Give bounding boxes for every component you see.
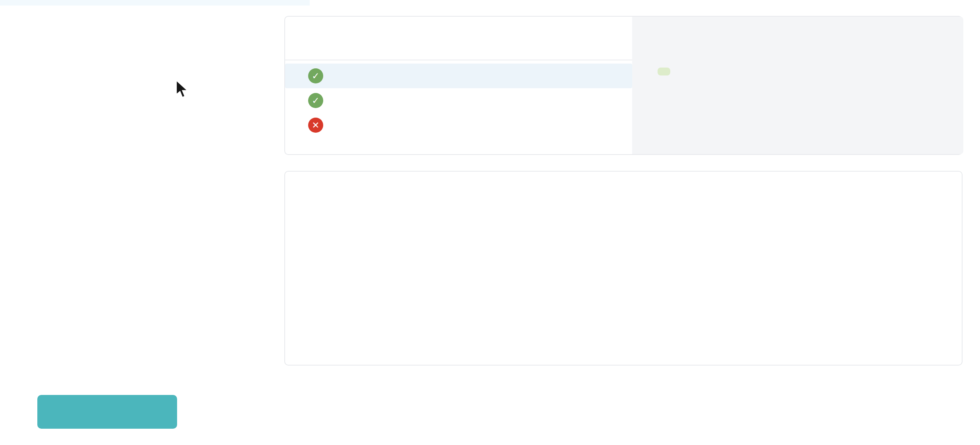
security-standards-page (0, 0, 980, 445)
legend-dot-green-icon (130, 305, 143, 318)
legend-item-medium (100, 305, 115, 318)
legend-dot-red-icon (69, 305, 82, 318)
legend-dot-yellow-icon (100, 305, 112, 318)
score-area-series (340, 258, 932, 315)
check-failed-icon (308, 118, 323, 133)
check-row-secret-scanning[interactable] (285, 88, 632, 113)
status-row (649, 68, 670, 75)
chart-plot-area (340, 229, 932, 315)
check-row-dependabot-critical[interactable] (285, 64, 632, 88)
score-sidebar (8, 0, 206, 445)
checks-list-panel (285, 17, 632, 154)
mouse-cursor-icon (174, 79, 191, 99)
status-badge (658, 68, 670, 75)
legend-item-low (69, 305, 85, 318)
checks-card (284, 16, 963, 155)
check-row-open-prs[interactable] (285, 113, 632, 137)
check-detail-panel (632, 17, 963, 154)
header-divider (285, 60, 632, 60)
legend-item-high (130, 305, 145, 318)
score-gauge (13, 91, 202, 279)
rerun-checks-button[interactable] (37, 395, 177, 429)
check-passed-icon (308, 68, 323, 83)
check-passed-icon (308, 93, 323, 108)
score-legend (8, 305, 206, 318)
improvement-chart-card (284, 171, 963, 366)
score-value (13, 91, 202, 279)
